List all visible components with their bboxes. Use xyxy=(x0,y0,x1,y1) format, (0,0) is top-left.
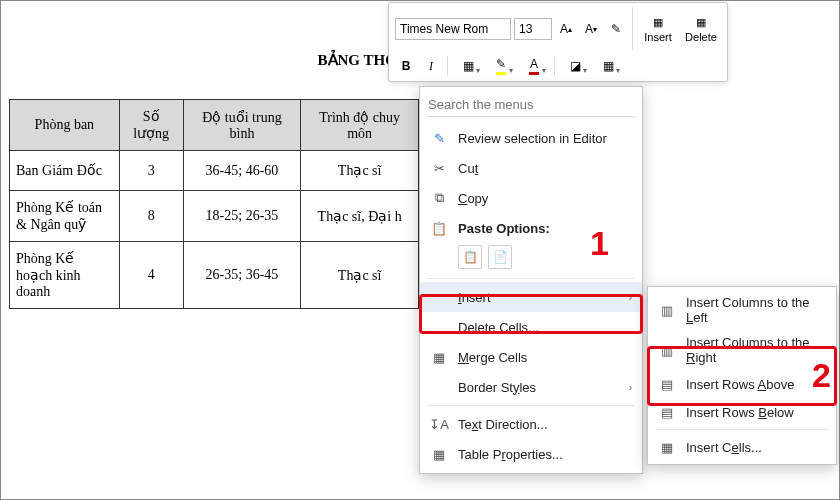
table-cell[interactable]: Phòng Kế toán & Ngân quỹ xyxy=(10,191,120,242)
table-styles-button[interactable]: ▦ xyxy=(593,55,623,77)
text-direction-icon: ↧A xyxy=(430,415,448,433)
callout-number-1: 1 xyxy=(590,224,609,263)
menu-copy[interactable]: ⧉ Copy xyxy=(420,183,642,213)
highlight-button[interactable]: ✎ xyxy=(486,55,516,77)
insert-rows-above-icon: ▤ xyxy=(658,375,676,393)
format-painter-icon[interactable]: ✎ xyxy=(605,18,627,40)
menu-border-styles[interactable]: Border Styles › xyxy=(420,372,642,402)
col-header[interactable]: Phòng ban xyxy=(10,100,120,151)
paste-keep-source-icon[interactable]: 📋 xyxy=(458,245,482,269)
clipboard-icon: 📋 xyxy=(430,219,448,237)
insert-table-button[interactable]: ▦ Insert xyxy=(638,7,678,51)
insert-table-icon: ▦ xyxy=(653,16,663,29)
menu-delete-cells[interactable]: Delete Cells... xyxy=(420,312,642,342)
insert-cols-right-icon: ▥ xyxy=(658,341,676,359)
copy-icon: ⧉ xyxy=(430,189,448,207)
table-cell[interactable]: 8 xyxy=(119,191,183,242)
table-cell[interactable]: Thạc sĩ xyxy=(301,151,419,191)
menu-search-input[interactable] xyxy=(426,93,636,117)
table-cell[interactable]: Thạc sĩ xyxy=(301,242,419,309)
table-cell[interactable]: 18-25; 26-35 xyxy=(183,191,301,242)
mini-toolbar: A▴ A▾ ✎ ▦ Insert ▦ Delete B I ▦ ✎ A ◪ ▦ xyxy=(388,2,728,82)
menu-cut[interactable]: ✂ Cut xyxy=(420,153,642,183)
submenu-insert-cols-left[interactable]: ▥ Insert Columns to the Left xyxy=(648,290,836,330)
submenu-insert-cols-right[interactable]: ▥ Insert Columns to the Right xyxy=(648,330,836,370)
col-header[interactable]: Trình độ chuy môn xyxy=(301,100,419,151)
submenu-insert-rows-below[interactable]: ▤ Insert Rows Below xyxy=(648,398,836,426)
table-cell[interactable]: 26-35; 36-45 xyxy=(183,242,301,309)
italic-button[interactable]: I xyxy=(420,55,442,77)
table-cell[interactable]: Thạc sĩ, Đại h xyxy=(301,191,419,242)
data-table[interactable]: Phòng ban Số lượng Độ tuổi trung bình Tr… xyxy=(9,99,419,309)
decrease-font-icon[interactable]: A▾ xyxy=(580,18,602,40)
submenu-insert-rows-above[interactable]: ▤ Insert Rows Above xyxy=(648,370,836,398)
shading-button[interactable]: ◪ xyxy=(560,55,590,77)
insert-cols-left-icon: ▥ xyxy=(658,301,676,319)
delete-label: Delete xyxy=(685,31,717,43)
scissors-icon: ✂ xyxy=(430,159,448,177)
menu-review-editor[interactable]: ✎ Review selection in Editor xyxy=(420,123,642,153)
col-header[interactable]: Độ tuổi trung bình xyxy=(183,100,301,151)
table-cell[interactable]: 3 xyxy=(119,151,183,191)
menu-merge-cells[interactable]: ▦ Merge Cells xyxy=(420,342,642,372)
merge-cells-icon: ▦ xyxy=(430,348,448,366)
chevron-right-icon: › xyxy=(629,292,632,303)
table-cell[interactable]: 36-45; 46-60 xyxy=(183,151,301,191)
insert-submenu: ▥ Insert Columns to the Left ▥ Insert Co… xyxy=(647,286,837,465)
border-button[interactable]: ▦ xyxy=(453,55,483,77)
callout-number-2: 2 xyxy=(812,356,831,395)
menu-insert[interactable]: Insert › xyxy=(420,282,642,312)
menu-table-properties[interactable]: ▦ Table Properties... xyxy=(420,439,642,469)
submenu-insert-cells[interactable]: ▦ Insert Cells... xyxy=(648,433,836,461)
insert-label: Insert xyxy=(644,31,672,43)
bold-button[interactable]: B xyxy=(395,55,417,77)
font-family-combo[interactable] xyxy=(395,18,511,40)
table-cell[interactable]: 4 xyxy=(119,242,183,309)
table-cell[interactable]: Phòng Kế hoạch kinh doanh xyxy=(10,242,120,309)
pen-icon: ✎ xyxy=(430,129,448,147)
font-size-combo[interactable] xyxy=(514,18,552,40)
table-cell[interactable]: Ban Giám Đốc xyxy=(10,151,120,191)
font-color-button[interactable]: A xyxy=(519,55,549,77)
delete-table-button[interactable]: ▦ Delete xyxy=(681,7,721,51)
col-header[interactable]: Số lượng xyxy=(119,100,183,151)
increase-font-icon[interactable]: A▴ xyxy=(555,18,577,40)
chevron-right-icon: › xyxy=(629,382,632,393)
delete-table-icon: ▦ xyxy=(696,16,706,29)
table-properties-icon: ▦ xyxy=(430,445,448,463)
menu-text-direction[interactable]: ↧A Text Direction... xyxy=(420,409,642,439)
context-menu: ✎ Review selection in Editor ✂ Cut ⧉ Cop… xyxy=(419,86,643,474)
insert-cells-icon: ▦ xyxy=(658,438,676,456)
paste-merge-icon[interactable]: 📄 xyxy=(488,245,512,269)
insert-rows-below-icon: ▤ xyxy=(658,403,676,421)
